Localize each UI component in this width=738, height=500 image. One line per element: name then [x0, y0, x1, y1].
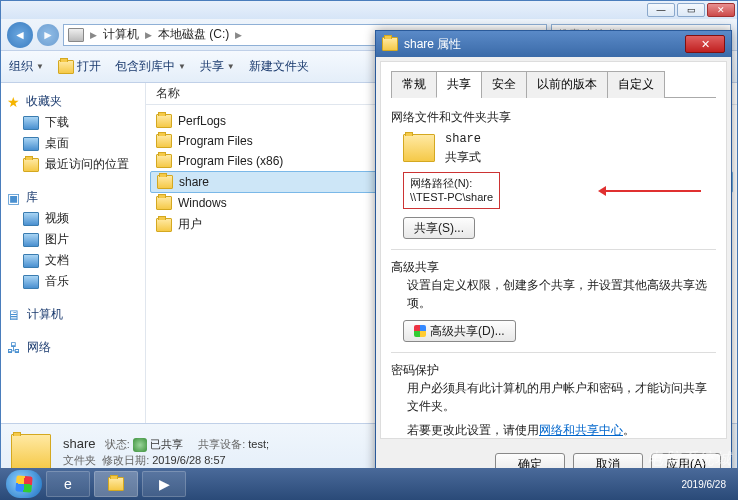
details-type: 文件夹	[63, 454, 96, 466]
dialog-titlebar: share 属性 ✕	[376, 31, 731, 57]
network-path-box: 网络路径(N): \\TEST-PC\share	[403, 172, 500, 209]
folder-icon	[156, 218, 172, 232]
tab-strip: 常规共享安全以前的版本自定义	[391, 70, 716, 98]
chevron-down-icon: ▼	[178, 62, 186, 71]
file-name: Windows	[178, 196, 227, 210]
sidebar-libraries-header[interactable]: ▣库	[1, 187, 145, 208]
password-desc: 用户必须具有此计算机的用户帐户和密码，才能访问共享文件夹。	[391, 379, 716, 415]
advanced-share-button[interactable]: 高级共享(D)...	[403, 320, 516, 342]
window-titlebar: — ▭ ✕	[1, 1, 737, 19]
folder-icon	[108, 477, 124, 491]
file-name: Program Files	[178, 134, 253, 148]
new-folder-label: 新建文件夹	[249, 58, 309, 75]
details-device: test;	[248, 438, 269, 450]
sidebar-item-documents[interactable]: 文档	[1, 250, 145, 271]
nav-back-button[interactable]: ◄	[7, 22, 33, 48]
pictures-icon	[23, 233, 39, 247]
include-menu[interactable]: 包含到库中▼	[115, 58, 186, 75]
minimize-button[interactable]: —	[647, 3, 675, 17]
include-label: 包含到库中	[115, 58, 175, 75]
new-folder-button[interactable]: 新建文件夹	[249, 58, 309, 75]
videos-icon	[23, 212, 39, 226]
sidebar-item-videos[interactable]: 视频	[1, 208, 145, 229]
details-name: share	[63, 436, 96, 451]
music-icon	[23, 275, 39, 289]
tab-2[interactable]: 安全	[481, 71, 527, 98]
downloads-icon	[23, 116, 39, 130]
desktop-icon	[23, 137, 39, 151]
details-state: 已共享	[150, 438, 183, 450]
network-path-value: \\TEST-PC\share	[410, 190, 493, 204]
start-button[interactable]	[6, 470, 42, 498]
chevron-right-icon: ▶	[90, 30, 97, 40]
network-icon: 🖧	[7, 340, 21, 356]
share-menu[interactable]: 共享▼	[200, 58, 235, 75]
chevron-down-icon: ▼	[36, 62, 44, 71]
file-name: PerfLogs	[178, 114, 226, 128]
annotation-arrow	[601, 190, 701, 192]
chevron-right-icon: ▶	[235, 30, 242, 40]
open-label: 打开	[77, 58, 101, 75]
tab-3[interactable]: 以前的版本	[526, 71, 608, 98]
network-path-label: 网络路径(N):	[410, 176, 493, 190]
tab-0[interactable]: 常规	[391, 71, 437, 98]
shared-icon	[133, 438, 147, 452]
sidebar: ★收藏夹 下载 桌面 最近访问的位置 ▣库 视频 图片 文档 音乐 🖥计算机 🖧…	[1, 83, 146, 423]
sidebar-item-music[interactable]: 音乐	[1, 271, 145, 292]
folder-icon	[156, 114, 172, 128]
folder-icon	[156, 154, 172, 168]
section-title-password: 密码保护	[391, 361, 716, 379]
folder-icon	[11, 434, 51, 470]
windows-logo-icon	[15, 475, 32, 492]
sidebar-item-pictures[interactable]: 图片	[1, 229, 145, 250]
chevron-right-icon: ▶	[145, 30, 152, 40]
organize-label: 组织	[9, 58, 33, 75]
breadcrumb-drive[interactable]: 本地磁盘 (C:)	[158, 26, 229, 43]
sidebar-item-desktop[interactable]: 桌面	[1, 133, 145, 154]
taskbar-explorer[interactable]	[94, 471, 138, 497]
shield-icon	[414, 325, 426, 337]
tab-1[interactable]: 共享	[436, 71, 482, 98]
star-icon: ★	[7, 94, 20, 110]
dialog-close-button[interactable]: ✕	[685, 35, 725, 53]
tray-clock[interactable]: 2019/6/28	[682, 479, 733, 490]
details-date: 2019/6/28 8:57	[152, 454, 225, 466]
chevron-down-icon: ▼	[227, 62, 235, 71]
close-button[interactable]: ✕	[707, 3, 735, 17]
sidebar-item-recent[interactable]: 最近访问的位置	[1, 154, 145, 175]
properties-dialog: share 属性 ✕ 常规共享安全以前的版本自定义 网络文件和文件夹共享 sha…	[375, 30, 732, 478]
network-center-link[interactable]: 网络和共享中心	[539, 423, 623, 437]
share-name: share	[445, 130, 481, 148]
computer-icon: 🖥	[7, 307, 21, 323]
drive-icon	[68, 28, 84, 42]
dialog-title: share 属性	[404, 36, 461, 53]
sidebar-favorites-header[interactable]: ★收藏夹	[1, 91, 145, 112]
section-title-network-share: 网络文件和文件夹共享	[391, 108, 716, 126]
folder-icon	[156, 134, 172, 148]
library-icon: ▣	[7, 190, 20, 206]
open-button[interactable]: 打开	[58, 58, 101, 75]
sidebar-computer-header[interactable]: 🖥计算机	[1, 304, 145, 325]
documents-icon	[23, 254, 39, 268]
taskbar-ie[interactable]: e	[46, 471, 90, 497]
maximize-button[interactable]: ▭	[677, 3, 705, 17]
folder-icon	[156, 196, 172, 210]
tab-4[interactable]: 自定义	[607, 71, 665, 98]
folder-icon	[157, 175, 173, 189]
sidebar-network-header[interactable]: 🖧网络	[1, 337, 145, 358]
recent-icon	[23, 158, 39, 172]
folder-icon	[58, 60, 74, 74]
nav-forward-button[interactable]: ►	[37, 24, 59, 46]
folder-shared-icon	[403, 134, 435, 162]
share-label: 共享	[200, 58, 224, 75]
watermark: 电脑系统城	[647, 449, 732, 470]
share-button[interactable]: 共享(S)...	[403, 217, 475, 239]
breadcrumb-computer[interactable]: 计算机	[103, 26, 139, 43]
taskbar: e ▶ 2019/6/28	[0, 468, 738, 500]
taskbar-media[interactable]: ▶	[142, 471, 186, 497]
file-name: Program Files (x86)	[178, 154, 283, 168]
section-title-advanced: 高级共享	[391, 258, 716, 276]
organize-menu[interactable]: 组织▼	[9, 58, 44, 75]
sidebar-item-downloads[interactable]: 下载	[1, 112, 145, 133]
share-state: 共享式	[445, 148, 481, 166]
